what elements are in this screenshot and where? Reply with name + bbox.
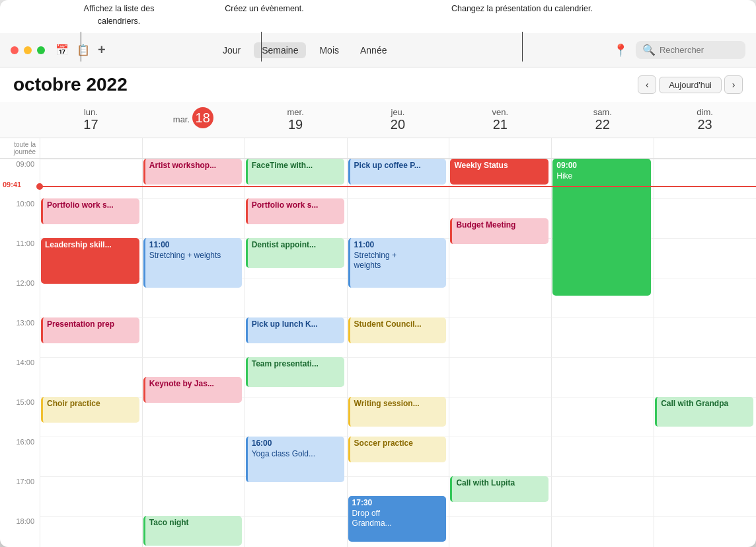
hour-cell-16:00-day1[interactable] (142, 437, 245, 476)
inbox-icon[interactable]: 📋 (77, 44, 90, 56)
tab-annee[interactable]: Année (352, 42, 395, 58)
hour-cell-13:00-day2[interactable] (245, 317, 347, 357)
minimize-button[interactable] (24, 46, 32, 54)
hour-cell-14:00-day1[interactable] (142, 357, 245, 397)
hour-cell-16:00-day4[interactable] (449, 437, 551, 476)
allday-cell-fri (449, 138, 551, 158)
hour-cell-10:00-day0[interactable] (40, 198, 142, 238)
hour-cell-11:00-day6[interactable] (654, 238, 756, 278)
hour-cell-11:00-day2[interactable] (245, 238, 347, 278)
day-label-mon: lun. (84, 107, 98, 117)
hour-cell-17:00-day5[interactable] (551, 476, 654, 516)
hour-cell-14:00-day0[interactable] (40, 357, 142, 397)
day-num-mon: 17 (42, 117, 139, 132)
hour-cell-09:00-day5[interactable] (551, 159, 654, 198)
hour-cell-13:00-day5[interactable] (551, 317, 654, 357)
hour-cell-11:00-day3[interactable] (347, 238, 449, 278)
hour-cell-15:00-day3[interactable] (347, 397, 449, 437)
hour-cell-14:00-day4[interactable] (449, 357, 551, 397)
hour-cell-10:00-day4[interactable] (449, 198, 551, 238)
hour-cell-14:00-day2[interactable] (245, 357, 347, 397)
maximize-button[interactable] (37, 46, 45, 54)
hour-cell-12:00-day2[interactable] (245, 278, 347, 317)
hour-cell-11:00-day5[interactable] (551, 238, 654, 278)
hour-cell-13:00-day3[interactable] (347, 317, 449, 357)
hour-cell-10:00-day5[interactable] (551, 198, 654, 238)
hour-cell-15:00-day2[interactable] (245, 397, 347, 437)
hour-cell-15:00-day0[interactable] (40, 397, 142, 437)
hour-cell-14:00-day6[interactable] (654, 357, 756, 397)
hour-cell-13:00-day1[interactable] (142, 317, 245, 357)
hour-cell-15:00-day1[interactable] (142, 397, 245, 437)
month-title: octobre 2022 (13, 74, 128, 95)
time-gutter (0, 102, 40, 138)
hour-cell-10:00-day6[interactable] (654, 198, 756, 238)
today-button[interactable]: Aujourd'hui (659, 77, 722, 93)
hour-cell-18:00-day1[interactable] (142, 516, 245, 547)
hour-cell-09:00-day2[interactable] (245, 159, 347, 198)
hour-cell-11:00-day0[interactable] (40, 238, 142, 278)
time-label-17:00: 17:00 (0, 476, 40, 516)
hour-cell-10:00-day1[interactable] (142, 198, 245, 238)
hour-cell-13:00-day0[interactable] (40, 317, 142, 357)
close-button[interactable] (11, 46, 19, 54)
add-event-icon[interactable]: + (98, 42, 106, 58)
time-label-10:00: 10:00 (0, 198, 40, 238)
hour-cell-11:00-day1[interactable] (142, 238, 245, 278)
hour-cell-09:00-day6[interactable] (654, 159, 756, 198)
tab-mois[interactable]: Mois (311, 42, 347, 58)
hour-cell-13:00-day4[interactable] (449, 317, 551, 357)
prev-arrow[interactable]: ‹ (638, 75, 656, 94)
hour-cell-10:00-day3[interactable] (347, 198, 449, 238)
hour-cell-12:00-day5[interactable] (551, 278, 654, 317)
hour-cell-16:00-day2[interactable] (245, 437, 347, 476)
hour-cell-14:00-day5[interactable] (551, 357, 654, 397)
current-time-label: 09:41 (3, 181, 21, 189)
hour-cell-17:00-day0[interactable] (40, 476, 142, 516)
hour-cell-11:00-day4[interactable] (449, 238, 551, 278)
current-time-line (40, 186, 756, 187)
allday-label: toute la journée (0, 138, 40, 158)
hour-cell-17:00-day4[interactable] (449, 476, 551, 516)
hour-cell-09:00-day1[interactable] (142, 159, 245, 198)
hour-cell-15:00-day5[interactable] (551, 397, 654, 437)
hour-cell-09:00-day3[interactable] (347, 159, 449, 198)
hour-cell-18:00-day4[interactable] (449, 516, 551, 547)
hour-cell-17:00-day1[interactable] (142, 476, 245, 516)
tab-jour[interactable]: Jour (215, 42, 248, 58)
hour-cell-13:00-day6[interactable] (654, 317, 756, 357)
hour-cell-09:00-day0[interactable] (40, 159, 142, 198)
location-icon[interactable]: 📍 (613, 43, 628, 58)
hour-cell-12:00-day0[interactable] (40, 278, 142, 317)
hour-cell-16:00-day0[interactable] (40, 437, 142, 476)
hour-cell-18:00-day2[interactable] (245, 516, 347, 547)
hour-cell-17:00-day3[interactable] (347, 476, 449, 516)
hour-cell-18:00-day6[interactable] (654, 516, 756, 547)
hour-cell-14:00-day3[interactable] (347, 357, 449, 397)
hour-cell-17:00-day2[interactable] (245, 476, 347, 516)
hour-cell-12:00-day1[interactable] (142, 278, 245, 317)
hour-cell-12:00-day3[interactable] (347, 278, 449, 317)
hour-cell-16:00-day3[interactable] (347, 437, 449, 476)
cal-body[interactable]: 09:0010:0011:0012:0013:0014:0015:0016:00… (0, 159, 756, 547)
hour-cell-12:00-day4[interactable] (449, 278, 551, 317)
hour-cell-17:00-day6[interactable] (654, 476, 756, 516)
calendar-icon[interactable]: 📅 (56, 44, 69, 56)
search-input[interactable] (660, 45, 739, 55)
hour-cell-12:00-day6[interactable] (654, 278, 756, 317)
search-box[interactable]: 🔍 (636, 41, 745, 59)
next-arrow[interactable]: › (724, 75, 743, 94)
tab-semaine[interactable]: Semaine (254, 42, 306, 58)
hour-cell-15:00-day6[interactable] (654, 397, 756, 437)
hour-cell-18:00-day0[interactable] (40, 516, 142, 547)
hour-cell-18:00-day3[interactable] (347, 516, 449, 547)
day-label-thu: jeu. (391, 107, 405, 117)
hour-cell-18:00-day5[interactable] (551, 516, 654, 547)
hour-cell-16:00-day6[interactable] (654, 437, 756, 476)
hour-cell-10:00-day2[interactable] (245, 198, 347, 238)
hour-cell-15:00-day4[interactable] (449, 397, 551, 437)
annotation-change-view: Changez la présentation du calendrier. (449, 3, 595, 15)
hour-cell-09:00-day4[interactable] (449, 159, 551, 198)
hour-cell-16:00-day5[interactable] (551, 437, 654, 476)
time-grid: 09:0010:0011:0012:0013:0014:0015:0016:00… (0, 159, 756, 547)
